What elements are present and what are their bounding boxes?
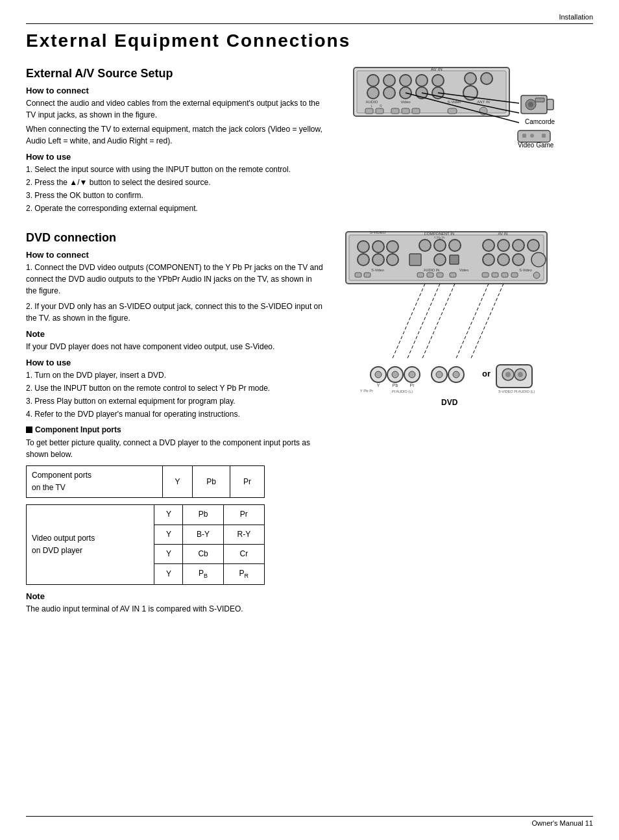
table1-col-pr: Pr xyxy=(230,466,264,498)
section2-right: S-VIDEO COMPONENT IN Y Pb Pr AV IN S-Vid… xyxy=(337,229,564,617)
svg-point-61 xyxy=(483,254,494,266)
htc1-text2: When connecting the TV to external equip… xyxy=(26,123,324,147)
note2-title: Note xyxy=(26,591,324,601)
svg-line-86 xyxy=(422,284,455,358)
svg-point-56 xyxy=(372,254,384,266)
svg-rect-79 xyxy=(482,273,489,277)
dvd-tv-panel-diagram: S-VIDEO COMPONENT IN Y Pb Pr AV IN S-Vid… xyxy=(341,229,561,430)
htu1-step3: 3. Press the OK button to confirm. xyxy=(26,190,324,201)
section1-layout: External A/V Source Setup How to connect… xyxy=(26,64,593,216)
htu1-title: How to use xyxy=(26,152,324,162)
svg-point-48 xyxy=(419,240,431,251)
svg-rect-39 xyxy=(522,134,526,138)
svg-rect-81 xyxy=(502,273,508,277)
tv-back-panel-diagram: AV IN AUDIO L R Video S-Video ANT IN xyxy=(347,64,555,149)
table2-r3-c2: Cb xyxy=(183,544,223,563)
svg-point-49 xyxy=(434,240,446,251)
svg-rect-82 xyxy=(511,273,518,277)
svg-point-46 xyxy=(372,241,384,253)
svg-point-97 xyxy=(436,371,443,378)
svg-point-94 xyxy=(375,371,382,378)
table2-r2-c1: Y xyxy=(154,525,183,544)
table2-r1-c1: Y xyxy=(154,505,183,525)
svg-rect-78 xyxy=(450,273,456,277)
svg-rect-33 xyxy=(547,99,553,110)
svg-rect-27 xyxy=(448,108,457,114)
section1-title: External A/V Source Setup xyxy=(26,67,324,80)
svg-text:Video: Video xyxy=(459,268,468,272)
svg-rect-105 xyxy=(496,365,532,388)
svg-text:S-VIDEO    PI AUDIO (L): S-VIDEO PI AUDIO (L) xyxy=(498,389,535,393)
svg-rect-36 xyxy=(535,98,544,102)
svg-text:ANT IN: ANT IN xyxy=(477,100,490,104)
svg-point-6 xyxy=(432,75,444,86)
table2-r1-c3: Pr xyxy=(223,505,264,525)
svg-point-5 xyxy=(416,75,428,86)
table2-label: Video output portson DVD player xyxy=(27,505,154,584)
svg-line-85 xyxy=(407,284,440,358)
svg-point-107 xyxy=(505,372,511,377)
svg-text:R: R xyxy=(380,104,382,108)
svg-rect-80 xyxy=(492,273,498,277)
section1-left: External A/V Source Setup How to connect… xyxy=(26,64,324,216)
svg-text:S-Video: S-Video xyxy=(371,268,383,272)
svg-rect-24 xyxy=(391,108,399,114)
svg-text:DVD: DVD xyxy=(441,398,458,407)
section2-layout: DVD connection How to connect 1. Connect… xyxy=(26,229,593,617)
top-bar: Installation xyxy=(26,13,593,24)
svg-point-64 xyxy=(531,253,546,267)
htu1-step1: 1. Select the input source with using th… xyxy=(26,164,324,175)
svg-rect-58 xyxy=(409,254,421,266)
svg-text:AV IN: AV IN xyxy=(498,232,507,236)
table2-r2-c3: R-Y xyxy=(223,525,264,544)
svg-text:S-Video: S-Video xyxy=(519,268,531,272)
svg-rect-74 xyxy=(364,273,370,277)
section-label: Installation xyxy=(559,13,593,21)
svg-point-62 xyxy=(498,254,509,266)
svg-point-9 xyxy=(367,87,379,99)
svg-rect-40 xyxy=(542,134,546,138)
svg-point-51 xyxy=(483,240,494,251)
table2-r3-c3: Cr xyxy=(223,544,264,563)
svg-text:Y    Pb    Pr: Y Pb Pr xyxy=(433,236,444,240)
htc1-title: How to connect xyxy=(26,86,324,95)
svg-point-2 xyxy=(367,75,379,86)
svg-rect-22 xyxy=(365,108,373,114)
svg-text:AV IN: AV IN xyxy=(431,67,443,71)
svg-text:L: L xyxy=(371,104,373,108)
htu1-list: 1. Select the input source with using th… xyxy=(26,164,324,214)
dvd-ports-table: Video output portson DVD player Y Pb Pr … xyxy=(26,504,265,584)
page-number: Owner's Manual 11 xyxy=(532,819,593,827)
svg-line-84 xyxy=(393,284,425,358)
svg-point-98 xyxy=(453,371,459,378)
svg-text:Pr: Pr xyxy=(410,383,415,388)
svg-point-83 xyxy=(533,272,540,278)
htu2-title: How to use xyxy=(26,358,324,367)
svg-text:S-VIDEO: S-VIDEO xyxy=(370,230,386,234)
table2-r3-c1: Y xyxy=(154,544,183,563)
svg-point-54 xyxy=(528,240,539,251)
svg-text:Camcorder: Camcorder xyxy=(525,118,555,125)
htu2-step3: 3. Press Play button on external equipme… xyxy=(26,395,324,407)
svg-rect-73 xyxy=(355,273,361,277)
htc2-title: How to connect xyxy=(26,250,324,260)
table2-r2-c2: B-Y xyxy=(183,525,223,544)
svg-rect-76 xyxy=(427,273,433,277)
svg-rect-60 xyxy=(450,255,459,264)
svg-point-109 xyxy=(518,372,523,377)
svg-point-53 xyxy=(513,240,524,251)
svg-point-8 xyxy=(481,73,492,84)
table2-r4-c3: PR xyxy=(223,563,264,584)
svg-line-87 xyxy=(456,284,489,358)
component-ports-title: Component Input ports xyxy=(35,425,121,434)
svg-text:or: or xyxy=(482,369,491,378)
svg-text:Y: Y xyxy=(377,383,380,388)
svg-point-57 xyxy=(387,254,398,266)
note1-text: If your DVD player does not have compone… xyxy=(26,341,324,352)
section1-right: AV IN AUDIO L R Video S-Video ANT IN xyxy=(337,64,564,216)
svg-rect-26 xyxy=(412,108,420,114)
page: Installation External Equipment Connecti… xyxy=(0,0,619,840)
svg-point-55 xyxy=(358,254,369,266)
htu1-step2: 2. Press the ▲/▼ button to select the de… xyxy=(26,177,324,188)
htu1-step4: 2. Operate the corresponding external eq… xyxy=(26,203,324,214)
